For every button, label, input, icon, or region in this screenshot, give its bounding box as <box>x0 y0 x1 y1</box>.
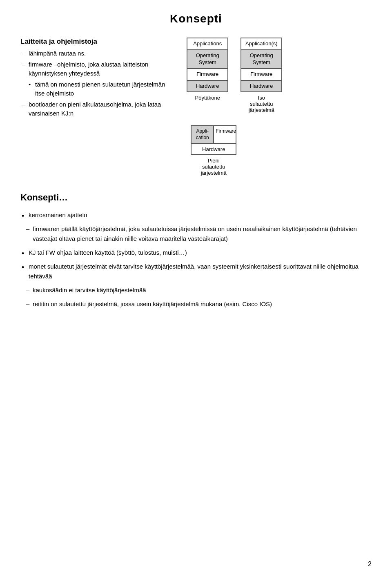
iso-label: Isosulautettujärjestelmä <box>249 95 274 113</box>
bottom-list: kerrosmainen ajattelu firmwaren päällä k… <box>20 210 372 309</box>
small-stack: Appli-cation Firmware Hardware <box>191 125 236 155</box>
small-application: Appli-cation <box>191 126 214 143</box>
desktop-layer-applications: Applications <box>187 38 228 50</box>
iso-layer-firmware: Firmware <box>241 69 282 80</box>
bottom-title: Konsepti… <box>20 192 372 203</box>
list-item-2: firmwaren päällä käyttöjärjestelmä, joka… <box>20 224 372 244</box>
small-top-row: Appli-cation Firmware <box>191 126 236 143</box>
small-firmware: Firmware <box>214 126 236 143</box>
desktop-layer-firmware: Firmware <box>187 69 228 80</box>
iso-layer-os: OperatingSystem <box>241 50 282 69</box>
iso-stack: Application(s) OperatingSystem Firmware … <box>241 38 282 92</box>
left-column: Laitteita ja ohjelmistoja lähimpänä raut… <box>20 38 178 176</box>
desktop-label: Pöytäkone <box>195 95 220 101</box>
list-item-1: kerrosmainen ajattelu <box>20 210 372 220</box>
bottom-section: Konsepti… kerrosmainen ajattelu firmware… <box>20 192 372 309</box>
list-item-5: kaukosäädin ei tarvitse käyttöjärjestelm… <box>20 285 372 295</box>
page: Konsepti Laitteita ja ohjelmistoja lähim… <box>0 0 392 329</box>
small-label: Pienisulautettujärjestelmä <box>201 158 227 176</box>
small-diagram-group: Appli-cation Firmware Hardware Pienisula… <box>191 125 236 176</box>
top-section: Laitteita ja ohjelmistoja lähimpänä raut… <box>20 38 372 176</box>
right-column: Applications OperatingSystem Firmware Ha… <box>187 38 372 176</box>
list-item: lähimpänä rautaa ns. <box>20 49 174 58</box>
page-number: 2 <box>368 560 372 568</box>
diagrams-row: Applications OperatingSystem Firmware Ha… <box>187 38 282 113</box>
list-item: bootloader on pieni alkulatausohjelma, j… <box>20 100 174 118</box>
desktop-layer-hardware: Hardware <box>187 80 228 92</box>
desktop-stack: Applications OperatingSystem Firmware Ha… <box>187 38 228 92</box>
list-item: firmware –ohjelmisto, joka alustaa laitt… <box>20 60 174 78</box>
iso-layer-applications: Application(s) <box>241 38 282 50</box>
top-list: lähimpänä rautaa ns. firmware –ohjelmist… <box>20 49 174 118</box>
iso-layer-hardware: Hardware <box>241 80 282 92</box>
top-heading: Laitteita ja ohjelmistoja <box>20 38 174 46</box>
list-item-4: monet sulautetut järjestelmät eivät tarv… <box>20 262 372 281</box>
list-item-3: KJ tai FW ohjaa laitteen käyttöä (syöttö… <box>20 248 372 258</box>
list-item-6: reititin on sulautettu järjestelmä, joss… <box>20 299 372 309</box>
list-item: tämä on monesti pienen sulautetun järjes… <box>20 80 174 98</box>
desktop-layer-os: OperatingSystem <box>187 50 228 69</box>
small-hardware: Hardware <box>191 144 236 155</box>
desktop-diagram-group: Applications OperatingSystem Firmware Ha… <box>187 38 228 101</box>
page-title: Konsepti <box>20 12 372 25</box>
iso-diagram-group: Application(s) OperatingSystem Firmware … <box>241 38 282 113</box>
